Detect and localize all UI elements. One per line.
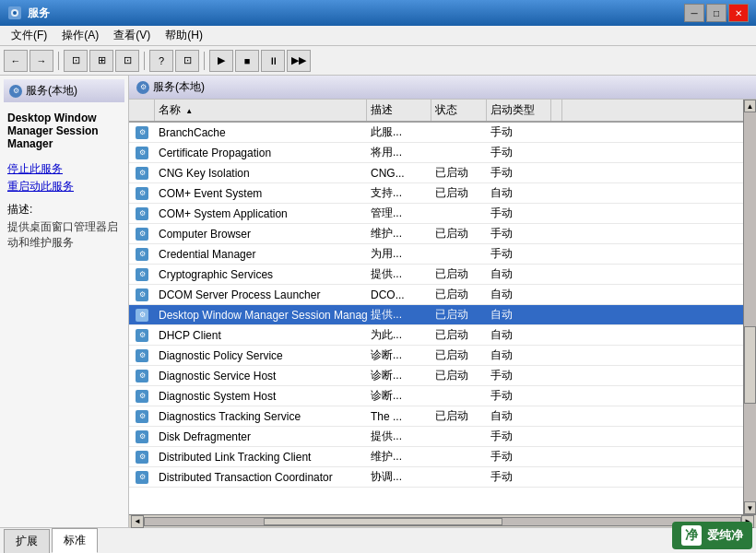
menu-bar: 文件(F) 操作(A) 查看(V) 帮助(H): [0, 26, 756, 46]
service-icon-cell: ⚙: [129, 346, 155, 365]
services-local-icon2: ⚙: [136, 81, 149, 94]
restart-service-link[interactable]: 重启动此服务: [7, 179, 121, 194]
row-spacer: [551, 447, 562, 466]
pause-button[interactable]: ⏸: [261, 50, 285, 72]
hscrollbar[interactable]: ◄ ►: [129, 514, 756, 527]
forward-button[interactable]: →: [30, 50, 53, 72]
service-desc: 诊断...: [367, 346, 431, 365]
table-row[interactable]: ⚙Disk Defragmenter提供...手动: [129, 427, 743, 447]
close-button[interactable]: ✕: [728, 4, 749, 22]
play-button[interactable]: ▶: [209, 50, 233, 72]
tb-btn4[interactable]: ⊞: [89, 50, 113, 72]
vscroll-down-button[interactable]: ▼: [744, 501, 756, 514]
row-spacer: [551, 244, 562, 264]
tb-btn7[interactable]: ⊡: [175, 50, 199, 72]
service-startup: 手动: [487, 244, 551, 264]
service-name: BranchCache: [155, 123, 367, 142]
service-name: Certificate Propagation: [155, 143, 367, 162]
table-row[interactable]: ⚙Distributed Transaction Coordinator协调..…: [129, 467, 743, 488]
table-row[interactable]: ⚙Credential Manager为用...手动: [129, 244, 743, 265]
menu-file[interactable]: 文件(F): [4, 26, 54, 45]
service-name: COM+ Event System: [155, 183, 367, 203]
table-row[interactable]: ⚙Diagnostic Service Host诊断...已启动手动: [129, 366, 743, 386]
menu-help[interactable]: 帮助(H): [158, 26, 210, 45]
table-row[interactable]: ⚙Distributed Link Tracking Client维护...手动: [129, 447, 743, 467]
table-row[interactable]: ⚙COM+ System Application管理...手动: [129, 204, 743, 224]
table-row[interactable]: ⚙COM+ Event System支持...已启动自动: [129, 183, 743, 204]
selected-service-name: Desktop Window Manager Session Manager: [4, 108, 124, 154]
help-button[interactable]: ?: [149, 50, 173, 72]
vscroll-up-button[interactable]: ▲: [744, 100, 756, 112]
tb-btn3[interactable]: ⊡: [64, 50, 88, 72]
service-startup: 手动: [487, 467, 551, 487]
menu-action[interactable]: 操作(A): [54, 26, 106, 45]
service-icon-cell: ⚙: [129, 244, 155, 264]
service-icon: ⚙: [136, 228, 148, 241]
tab-expand[interactable]: 扩展: [4, 529, 50, 553]
table-row[interactable]: ⚙Diagnostics Tracking ServiceThe ...已启动自…: [129, 406, 743, 427]
table-body: ⚙BranchCache此服...手动⚙Certificate Propagat…: [129, 123, 743, 488]
hscroll-track[interactable]: [144, 517, 741, 526]
table-row[interactable]: ⚙Cryptographic Services提供...已启动自动: [129, 265, 743, 285]
table-row[interactable]: ⚙Diagnostic Policy Service诊断...已启动自动: [129, 346, 743, 366]
col-status[interactable]: 状态: [431, 100, 487, 121]
col-desc[interactable]: 描述: [367, 100, 431, 121]
service-startup: 手动: [487, 204, 551, 223]
service-name: Distributed Transaction Coordinator: [155, 467, 367, 487]
col-scroll-space: [551, 100, 562, 121]
service-name: Diagnostics Tracking Service: [155, 406, 367, 426]
watermark-brand: 爱纯净: [707, 527, 743, 544]
row-spacer: [551, 204, 562, 223]
vscroll-track[interactable]: [744, 112, 756, 501]
restart-button[interactable]: ▶▶: [287, 50, 311, 72]
row-spacer: [551, 265, 562, 284]
vscrollbar[interactable]: ▲ ▼: [743, 100, 756, 514]
stop-service-link[interactable]: 停止此服务: [7, 161, 121, 177]
service-icon: ⚙: [136, 471, 148, 484]
tb-btn5[interactable]: ⊡: [115, 50, 139, 72]
service-icon-cell: ⚙: [129, 265, 155, 284]
left-panel-title: 服务(本地): [26, 83, 77, 99]
desc-text: 提供桌面窗口管理器启动和维护服务: [4, 219, 124, 251]
main-area: ⚙ 服务(本地) Desktop Window Manager Session …: [0, 76, 756, 527]
table-row[interactable]: ⚙DHCP Client为此...已启动自动: [129, 325, 743, 346]
window-title: 服务: [28, 6, 50, 21]
service-icon: ⚙: [136, 349, 148, 362]
service-desc: 为此...: [367, 325, 431, 345]
service-name: Distributed Link Tracking Client: [155, 447, 367, 466]
service-name: Desktop Window Manager Session Manager: [155, 305, 367, 324]
service-status: [431, 123, 487, 142]
service-desc: 维护...: [367, 447, 431, 466]
table-row[interactable]: ⚙DCOM Server Process LauncherDCO...已启动自动: [129, 285, 743, 305]
service-status: 已启动: [431, 285, 487, 304]
back-button[interactable]: ←: [4, 50, 28, 72]
service-status: [431, 244, 487, 264]
service-startup: 手动: [487, 143, 551, 162]
hscroll-thumb[interactable]: [264, 518, 502, 525]
service-icon-cell: ⚙: [129, 143, 155, 162]
stop-button[interactable]: ■: [235, 50, 259, 72]
minimize-button[interactable]: ─: [684, 4, 704, 22]
table-row[interactable]: ⚙Desktop Window Manager Session Manager提…: [129, 305, 743, 325]
col-name[interactable]: 名称 ▲: [155, 100, 367, 121]
maximize-button[interactable]: □: [706, 4, 726, 22]
service-icon: ⚙: [136, 329, 148, 342]
menu-view[interactable]: 查看(V): [106, 26, 158, 45]
table-row[interactable]: ⚙Computer Browser维护...已启动手动: [129, 224, 743, 244]
service-name: Computer Browser: [155, 224, 367, 243]
table-row[interactable]: ⚙Diagnostic System Host诊断...手动: [129, 386, 743, 406]
service-name: COM+ System Application: [155, 204, 367, 223]
service-status: 已启动: [431, 265, 487, 284]
table-row[interactable]: ⚙Certificate Propagation将用...手动: [129, 143, 743, 163]
table-row[interactable]: ⚙CNG Key IsolationCNG...已启动手动: [129, 163, 743, 183]
service-icon-cell: ⚙: [129, 467, 155, 487]
hscroll-left-button[interactable]: ◄: [131, 515, 144, 528]
desc-label: 描述:: [7, 202, 121, 218]
row-spacer: [551, 163, 562, 182]
bottom-tabs: 扩展 标准: [0, 527, 756, 553]
table-row[interactable]: ⚙BranchCache此服...手动: [129, 123, 743, 143]
vscroll-thumb[interactable]: [744, 326, 756, 404]
col-startup[interactable]: 启动类型: [487, 100, 551, 121]
tab-standard[interactable]: 标准: [52, 528, 98, 553]
service-startup: 手动: [487, 163, 551, 182]
